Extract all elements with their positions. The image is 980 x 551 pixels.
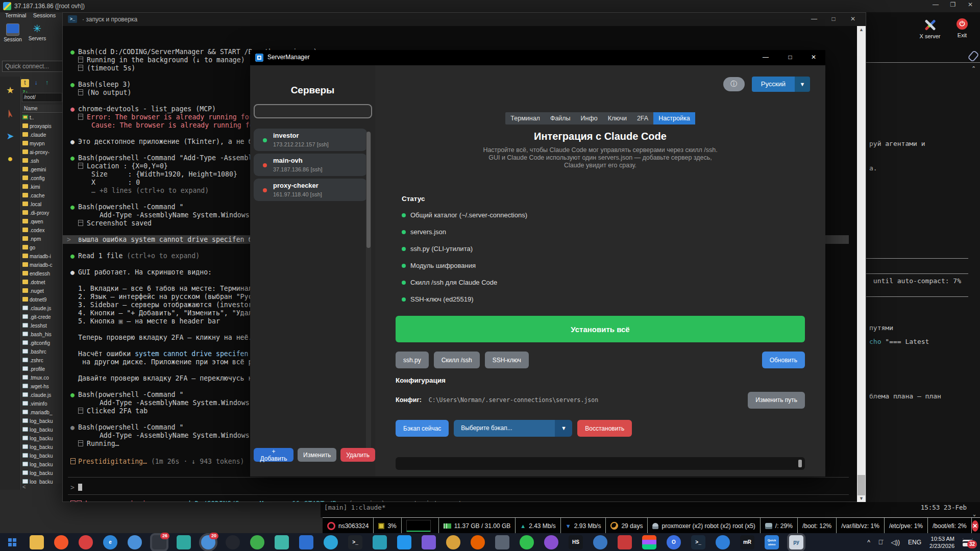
- sshpy-button[interactable]: ssh.py: [396, 352, 429, 368]
- file-row[interactable]: ai-proxy-: [21, 148, 62, 157]
- server-list[interactable]: investor173.212.212.157 [ssh]main-ovh37.…: [254, 129, 367, 201]
- scrollbar-thumb[interactable]: [857, 475, 865, 495]
- server-search-input[interactable]: [254, 104, 372, 118]
- download-icon[interactable]: ↓: [32, 79, 40, 87]
- file-row[interactable]: .mariadb_: [21, 408, 62, 417]
- file-row[interactable]: log_backu: [21, 478, 62, 484]
- file-row[interactable]: .claude: [21, 131, 62, 139]
- taskbar-icon-monitor-blue[interactable]: [716, 535, 730, 549]
- taskbar-icon-terminal-dark[interactable]: >_: [348, 535, 362, 549]
- tools-icon[interactable]: 🮰: [5, 108, 16, 119]
- taskbar-icon-chrome-2[interactable]: 20: [201, 535, 215, 549]
- scroll-up-icon[interactable]: ▲: [857, 27, 866, 32]
- sftp-path-input[interactable]: /root/: [22, 93, 62, 102]
- file-row[interactable]: .gitconfig: [21, 339, 62, 347]
- server-row-investor[interactable]: investor173.212.212.157 [ssh]: [254, 129, 367, 151]
- taskbar-icon-telegram[interactable]: [324, 535, 338, 549]
- log-bar-thumb[interactable]: [798, 460, 802, 467]
- file-row[interactable]: .wget-hs: [21, 382, 62, 391]
- sftp-file-list[interactable]: t..proxyapis.claudemyvpnai-proxy-.ssh.ge…: [21, 113, 62, 484]
- taskbar-icon-app-violet[interactable]: [544, 535, 558, 549]
- volume-icon[interactable]: ◁)): [891, 539, 900, 546]
- backup-now-button[interactable]: Бэкап сейчас: [396, 420, 449, 437]
- taskbar-icon-app-red[interactable]: [79, 535, 93, 549]
- taskbar-icon-app-teal-2[interactable]: [373, 535, 387, 549]
- file-row[interactable]: .npm: [21, 235, 62, 243]
- taskbar-icon-figma[interactable]: [642, 535, 656, 549]
- file-row[interactable]: log_backu: [21, 460, 62, 469]
- file-row[interactable]: myvpn: [21, 139, 62, 148]
- taskbar-clock[interactable]: 10:53 AM 2/23/2026: [929, 535, 954, 549]
- file-row[interactable]: .claude.js: [21, 304, 62, 313]
- taskbar-icon-brave[interactable]: [54, 535, 68, 549]
- x-server-button[interactable]: X server: [915, 18, 945, 39]
- taskbar-icon-start[interactable]: [5, 535, 19, 549]
- file-row[interactable]: .kimi: [21, 183, 62, 191]
- tab-Настройка[interactable]: Настройка: [653, 112, 695, 124]
- skill-ssh-button[interactable]: Скилл /ssh: [434, 352, 480, 368]
- file-row[interactable]: .git-crede: [21, 313, 62, 321]
- edit-server-button[interactable]: Изменить: [298, 448, 336, 462]
- taskbar-icon-docker[interactable]: [397, 535, 411, 549]
- taskbar-icon-mremoteng[interactable]: mR: [740, 535, 754, 549]
- file-row[interactable]: .nuget: [21, 287, 62, 295]
- taskbar-icon-app-dark[interactable]: 26: [152, 535, 166, 549]
- file-row[interactable]: .gemini: [21, 165, 62, 174]
- quick-connect-input[interactable]: Quick connect...: [2, 61, 64, 72]
- tab-Инфо[interactable]: Инфо: [576, 112, 603, 124]
- file-row[interactable]: .config: [21, 174, 62, 183]
- file-row[interactable]: log_backu: [21, 443, 62, 452]
- file-row[interactable]: go: [21, 243, 62, 252]
- terminal-close-button[interactable]: ✕: [844, 15, 862, 22]
- exit-button[interactable]: ⏻ Exit: [947, 18, 977, 38]
- tmux-chevron-icon[interactable]: ⌄: [973, 511, 976, 517]
- install-all-button[interactable]: Установить всё: [396, 316, 805, 342]
- taskbar-icon-app-blue[interactable]: [299, 535, 313, 549]
- file-row[interactable]: proxyapis: [21, 122, 62, 131]
- file-row[interactable]: log_backu: [21, 469, 62, 478]
- ssh-key-button[interactable]: SSH-ключ: [485, 352, 529, 368]
- language-select[interactable]: Русский ▼: [752, 77, 810, 92]
- favorites-star-icon[interactable]: ★: [5, 85, 16, 96]
- taskbar-icon-firefox[interactable]: [471, 535, 485, 549]
- terminal-prompt[interactable]: >: [63, 483, 849, 492]
- language-indicator[interactable]: ENG: [908, 539, 921, 546]
- taskbar-icon-powershell[interactable]: >_: [691, 535, 705, 549]
- file-row[interactable]: log_backu: [21, 434, 62, 443]
- sm-minimize-button[interactable]: —: [757, 54, 774, 61]
- taskbar-icon-chrome-1[interactable]: [128, 535, 142, 549]
- file-row[interactable]: .local: [21, 200, 62, 209]
- log-bar[interactable]: [396, 457, 805, 470]
- folder-up-icon[interactable]: t: [21, 79, 29, 87]
- file-row[interactable]: dotnet9: [21, 295, 62, 304]
- servermanager-window[interactable]: ServerManager — □ ✕ Серверы investor173.…: [250, 50, 825, 477]
- servers-button[interactable]: ✳ Servers: [24, 23, 50, 41]
- file-row[interactable]: log_backu: [21, 452, 62, 460]
- file-row[interactable]: .ssh: [21, 157, 62, 165]
- scroll-down-icon[interactable]: ▼: [857, 496, 866, 501]
- wifi-icon[interactable]: ⌒̇: [878, 539, 883, 546]
- taskbar-icon-edge[interactable]: e: [103, 535, 117, 549]
- file-row[interactable]: .di-proxy: [21, 209, 62, 217]
- stats-close-button[interactable]: ✕: [972, 520, 978, 532]
- session-button[interactable]: Session: [0, 23, 26, 42]
- file-row[interactable]: .cache: [21, 191, 62, 200]
- delete-server-button[interactable]: Удалить: [340, 448, 375, 462]
- file-row[interactable]: mariadb-c: [21, 261, 62, 269]
- server-row-proxy-checker[interactable]: proxy-checker161.97.118.40 [ssh]: [254, 179, 367, 201]
- moba-restore-button[interactable]: ❐: [944, 1, 962, 8]
- file-list-scroll-left[interactable]: <: [22, 484, 26, 490]
- bg-scroll-up-icon[interactable]: ⌃: [971, 65, 976, 72]
- info-button[interactable]: ⓘ: [723, 77, 745, 91]
- file-row[interactable]: log_backu: [21, 425, 62, 434]
- taskbar-icon-paint[interactable]: [593, 535, 607, 549]
- upload-icon[interactable]: ↑: [43, 79, 51, 87]
- file-row[interactable]: mariadb-i: [21, 252, 62, 261]
- server-row-main-ovh[interactable]: main-ovh37.187.136.86 [ssh]: [254, 154, 367, 176]
- taskbar-icon-opera[interactable]: O: [667, 535, 681, 549]
- menu-sessions[interactable]: Sessions: [33, 12, 56, 18]
- sm-close-button[interactable]: ✕: [805, 54, 822, 61]
- taskbar-icon-app-red-2[interactable]: [618, 535, 632, 549]
- file-row[interactable]: .viminfo: [21, 399, 62, 408]
- tray-chevron-icon[interactable]: ^: [867, 539, 870, 546]
